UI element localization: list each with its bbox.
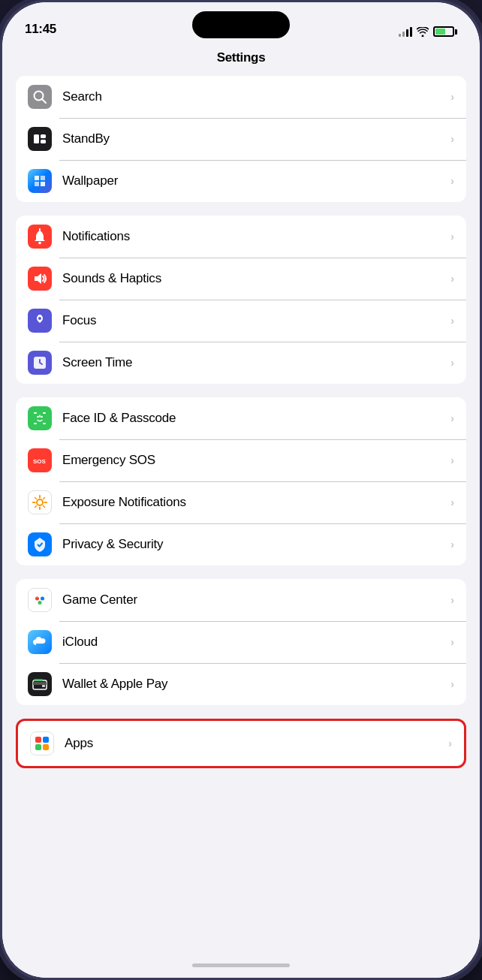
svg-text:SOS: SOS [33, 458, 47, 465]
faceid-icon [32, 410, 48, 427]
scroll-content[interactable]: Search › StandBy › [2, 76, 480, 952]
focus-icon [32, 312, 48, 329]
search-icon [32, 89, 48, 105]
sos-icon-wrap: SOS [28, 448, 52, 472]
svg-rect-38 [35, 744, 41, 750]
search-label: Search [62, 89, 444, 104]
settings-row-sos[interactable]: SOS Emergency SOS › [16, 439, 466, 481]
apps-label: Apps [65, 736, 442, 751]
wallet-icon [32, 676, 48, 692]
focus-icon-wrap [28, 309, 52, 333]
svg-rect-11 [43, 412, 46, 414]
svg-point-8 [38, 317, 41, 320]
svg-rect-35 [34, 679, 43, 681]
home-bar [192, 963, 290, 967]
battery-icon [433, 26, 457, 37]
svg-point-15 [41, 416, 43, 418]
settings-row-standby[interactable]: StandBy › [16, 118, 466, 160]
settings-row-search[interactable]: Search › [16, 76, 466, 118]
icloud-label: iCloud [62, 635, 444, 650]
settings-row-apps[interactable]: Apps › [18, 721, 464, 766]
svg-line-24 [44, 506, 45, 508]
exposure-icon-wrap [28, 490, 52, 514]
screentime-chevron: › [450, 357, 454, 369]
wallet-chevron: › [450, 678, 454, 690]
settings-row-gamecenter[interactable]: Game Center › [16, 579, 466, 621]
screentime-icon-wrap [28, 351, 52, 375]
highlighted-apps-row: Apps › [16, 719, 466, 768]
standby-chevron: › [450, 133, 454, 145]
svg-line-26 [35, 506, 37, 508]
svg-line-1 [42, 99, 46, 103]
status-time: 11:45 [25, 22, 56, 37]
apps-icon [34, 735, 50, 752]
screentime-label: Screen Time [62, 355, 444, 370]
notifications-chevron: › [450, 231, 454, 243]
privacy-chevron: › [450, 538, 454, 550]
wallpaper-icon-wrap [28, 169, 52, 193]
sounds-chevron: › [450, 273, 454, 285]
icloud-icon [32, 634, 48, 650]
gamecenter-chevron: › [450, 594, 454, 606]
svg-line-25 [44, 498, 45, 499]
settings-group-2: Notifications › Sounds & Haptics › [16, 216, 466, 384]
svg-rect-13 [43, 423, 46, 424]
screentime-icon [32, 354, 48, 371]
exposure-chevron: › [450, 496, 454, 508]
exposure-icon [32, 494, 48, 511]
gamecenter-icon-wrap [28, 588, 52, 612]
svg-point-29 [41, 597, 44, 601]
settings-row-screentime[interactable]: Screen Time › [16, 342, 466, 384]
settings-row-wallpaper[interactable]: Wallpaper › [16, 160, 466, 202]
settings-row-notifications[interactable]: Notifications › [16, 216, 466, 258]
notifications-icon-wrap [28, 225, 52, 249]
home-indicator [2, 952, 480, 978]
svg-marker-7 [35, 273, 41, 284]
svg-rect-36 [35, 737, 41, 743]
wallpaper-chevron: › [450, 175, 454, 187]
wallet-icon-wrap [28, 672, 52, 696]
status-icons [399, 26, 457, 37]
page-title: Settings [217, 50, 266, 65]
settings-row-focus[interactable]: Focus › [16, 300, 466, 342]
settings-row-icloud[interactable]: iCloud › [16, 621, 466, 663]
settings-row-sounds[interactable]: Sounds & Haptics › [16, 258, 466, 300]
svg-rect-33 [33, 682, 47, 685]
settings-group-3: Face ID & Passcode › SOS Emergency SOS › [16, 397, 466, 565]
standby-icon [32, 131, 48, 147]
privacy-icon [32, 536, 48, 553]
notifications-icon [32, 228, 48, 245]
svg-point-18 [37, 499, 43, 505]
gamecenter-icon [32, 592, 48, 608]
svg-point-31 [37, 597, 38, 599]
settings-row-privacy[interactable]: Privacy & Security › [16, 523, 466, 565]
svg-rect-39 [43, 744, 49, 750]
settings-row-wallet[interactable]: Wallet & Apple Pay › [16, 663, 466, 705]
notifications-label: Notifications [62, 229, 444, 244]
sos-chevron: › [450, 454, 454, 466]
wallpaper-icon [32, 173, 48, 189]
apps-chevron: › [448, 737, 452, 749]
search-chevron: › [450, 91, 454, 103]
settings-group-1: Search › StandBy › [16, 76, 466, 202]
svg-line-23 [35, 498, 37, 499]
apps-icon-wrap [30, 731, 54, 755]
svg-rect-2 [34, 134, 39, 143]
focus-label: Focus [62, 313, 444, 328]
svg-rect-37 [43, 737, 49, 743]
exposure-label: Exposure Notifications [62, 495, 444, 510]
settings-row-faceid[interactable]: Face ID & Passcode › [16, 397, 466, 439]
phone-frame: 11:45 [0, 0, 482, 980]
svg-rect-4 [41, 140, 46, 143]
svg-rect-3 [41, 134, 46, 138]
wallet-label: Wallet & Apple Pay [62, 677, 444, 692]
privacy-icon-wrap [28, 532, 52, 556]
settings-row-exposure[interactable]: Exposure Notifications › [16, 481, 466, 523]
settings-group-4: Game Center › iCloud › [16, 579, 466, 705]
faceid-chevron: › [450, 412, 454, 424]
sos-icon: SOS [32, 452, 48, 469]
phone-screen: 11:45 [2, 2, 480, 978]
sounds-icon [32, 270, 48, 287]
signal-icon [399, 26, 412, 37]
gamecenter-label: Game Center [62, 593, 444, 608]
